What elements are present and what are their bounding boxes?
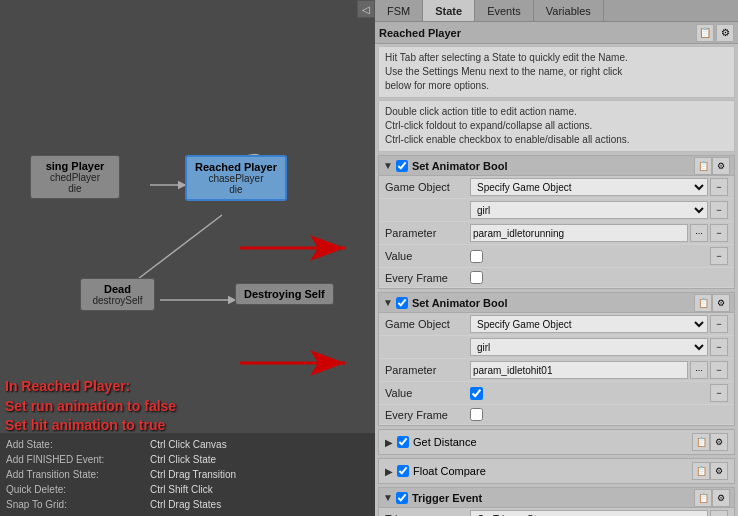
tab-state[interactable]: State xyxy=(423,0,475,21)
action3-checkbox[interactable] xyxy=(397,436,409,448)
graph-panel[interactable]: sing Player chedPlayer die Reached Playe… xyxy=(0,0,375,516)
action1-everyframe-label: Every Frame xyxy=(385,272,470,284)
action1-param-minus[interactable]: − xyxy=(710,224,728,242)
action4-triangle: ▶ xyxy=(385,466,393,477)
action1-gear-icon[interactable]: ⚙ xyxy=(712,157,730,175)
action1-gameobject-minus[interactable]: − xyxy=(710,178,728,196)
action2-girl-minus[interactable]: − xyxy=(710,338,728,356)
action2-value-label: Value xyxy=(385,387,470,399)
action-block-4[interactable]: ▶ Float Compare 📋 ⚙ xyxy=(378,458,735,484)
node-chasing[interactable]: sing Player chedPlayer die xyxy=(30,155,120,199)
action1-girl-row: girl − xyxy=(379,199,734,222)
right-content[interactable]: Hit Tab after selecting a State to quick… xyxy=(375,44,738,516)
node-reached-action2: die xyxy=(195,184,277,195)
action1-checkbox[interactable] xyxy=(396,160,408,172)
tab-fsm[interactable]: FSM xyxy=(375,0,423,21)
action1-value-field: − xyxy=(470,247,728,265)
action1-gameobject-select[interactable]: Specify Game Object xyxy=(470,178,708,196)
action2-title: Set Animator Bool xyxy=(412,297,694,309)
node-dead-action1: destroySelf xyxy=(89,295,146,306)
trigger-header[interactable]: ▼ Trigger Event 📋 ⚙ xyxy=(379,488,734,508)
action3-book-icon[interactable]: 📋 xyxy=(692,433,710,451)
action1-gameobject-row: Game Object Specify Game Object − xyxy=(379,176,734,199)
action2-girl-value: girl − xyxy=(470,338,728,356)
action4-checkbox[interactable] xyxy=(397,465,409,477)
action3-title: Get Distance xyxy=(413,436,477,448)
shortcut-hints: Add State: Ctrl Click Canvas Add FINISHE… xyxy=(0,433,375,516)
action1-header[interactable]: ▼ Set Animator Bool 📋 ⚙ xyxy=(379,156,734,176)
action2-everyframe-checkbox[interactable] xyxy=(470,408,483,421)
action2-header[interactable]: ▼ Set Animator Bool 📋 ⚙ xyxy=(379,293,734,313)
action1-everyframe-row: Every Frame xyxy=(379,268,734,288)
tab-events[interactable]: Events xyxy=(475,0,534,21)
node-chasing-action2: die xyxy=(39,183,111,194)
trigger-event-block: ▼ Trigger Event 📋 ⚙ Trigger On Trigger S… xyxy=(378,487,735,516)
action2-everyframe-value xyxy=(470,408,728,421)
action2-value-minus[interactable]: − xyxy=(710,384,728,402)
info-box-2: Double click action title to edit action… xyxy=(378,100,735,152)
action1-param-value: ··· − xyxy=(470,224,728,242)
overlay-annotation: In Reached Player: Set run animation to … xyxy=(5,377,176,436)
svg-line-1 xyxy=(130,215,222,285)
action1-value-minus[interactable]: − xyxy=(710,247,728,265)
action2-param-input[interactable] xyxy=(470,361,688,379)
action1-param-dots[interactable]: ··· xyxy=(690,224,708,242)
collapse-button[interactable]: ◁ xyxy=(357,0,375,18)
node-reached-action1: chasePlayer xyxy=(195,173,277,184)
action1-param-label: Parameter xyxy=(385,227,470,239)
trigger-gear-icon[interactable]: ⚙ xyxy=(712,489,730,507)
state-book-icon[interactable]: 📋 xyxy=(696,24,714,42)
action2-param-value: ··· − xyxy=(470,361,728,379)
action1-value-checkbox[interactable] xyxy=(470,250,483,263)
action4-book-icon[interactable]: 📋 xyxy=(692,462,710,480)
action1-girl-value: girl − xyxy=(470,201,728,219)
action2-gear-icon[interactable]: ⚙ xyxy=(712,294,730,312)
action2-book-icon[interactable]: 📋 xyxy=(694,294,712,312)
action2-param-dots[interactable]: ··· xyxy=(690,361,708,379)
action2-gameobject-minus[interactable]: − xyxy=(710,315,728,333)
trigger-type-icon[interactable]: ↕ xyxy=(710,510,728,516)
right-panel: FSM State Events Variables Reached Playe… xyxy=(375,0,738,516)
action4-gear-icon[interactable]: ⚙ xyxy=(710,462,728,480)
action1-girl-select[interactable]: girl xyxy=(470,201,708,219)
action1-book-icon[interactable]: 📋 xyxy=(694,157,712,175)
trigger-checkbox[interactable] xyxy=(396,492,408,504)
action1-param-input[interactable] xyxy=(470,224,688,242)
action2-checkbox[interactable] xyxy=(396,297,408,309)
action3-gear-icon[interactable]: ⚙ xyxy=(710,433,728,451)
action2-triangle: ▼ xyxy=(383,297,393,308)
action2-param-row: Parameter ··· − xyxy=(379,359,734,382)
trigger-title: Trigger Event xyxy=(412,492,694,504)
node-dead[interactable]: Dead destroySelf xyxy=(80,278,155,311)
node-reached-title: Reached Player xyxy=(195,161,277,173)
trigger-type-row: Trigger On Trigger Stay ↕ xyxy=(379,508,734,516)
action2-everyframe-label: Every Frame xyxy=(385,409,470,421)
trigger-type-value: On Trigger Stay ↕ xyxy=(470,510,728,516)
action2-param-minus[interactable]: − xyxy=(710,361,728,379)
node-chasing-action1: chedPlayer xyxy=(39,172,111,183)
node-destroying-title: Destroying Self xyxy=(244,288,325,300)
action1-everyframe-checkbox[interactable] xyxy=(470,271,483,284)
action2-girl-row: girl − xyxy=(379,336,734,359)
action1-girl-minus[interactable]: − xyxy=(710,201,728,219)
action2-gameobject-value: Specify Game Object − xyxy=(470,315,728,333)
node-reached[interactable]: Reached Player chasePlayer die xyxy=(185,155,287,201)
action-block-3[interactable]: ▶ Get Distance 📋 ⚙ xyxy=(378,429,735,455)
trigger-type-select[interactable]: On Trigger Stay xyxy=(470,510,708,516)
node-destroying[interactable]: Destroying Self xyxy=(235,283,334,305)
action4-title: Float Compare xyxy=(413,465,486,477)
action2-param-label: Parameter xyxy=(385,364,470,376)
graph-area[interactable]: sing Player chedPlayer die Reached Playe… xyxy=(0,0,375,516)
action3-triangle: ▶ xyxy=(385,437,393,448)
action1-triangle: ▼ xyxy=(383,160,393,171)
action2-value-row: Value − xyxy=(379,382,734,405)
state-gear-icon[interactable]: ⚙ xyxy=(716,24,734,42)
tab-variables[interactable]: Variables xyxy=(534,0,604,21)
action2-value-field: − xyxy=(470,384,728,402)
action2-value-checkbox[interactable] xyxy=(470,387,483,400)
state-title: Reached Player xyxy=(379,27,694,39)
action-block-2: ▼ Set Animator Bool 📋 ⚙ Game Object Spec… xyxy=(378,292,735,426)
action2-gameobject-select[interactable]: Specify Game Object xyxy=(470,315,708,333)
trigger-book-icon[interactable]: 📋 xyxy=(694,489,712,507)
action2-girl-select[interactable]: girl xyxy=(470,338,708,356)
